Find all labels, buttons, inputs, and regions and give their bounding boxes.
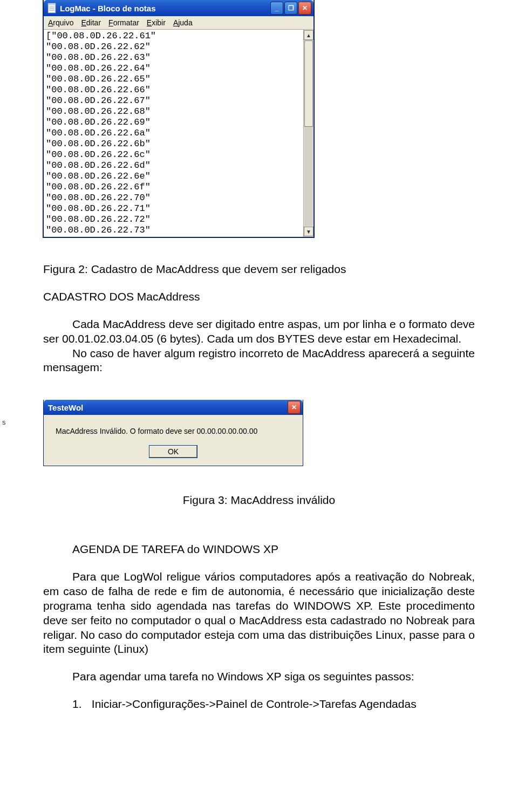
notepad-text-area[interactable]: ["00.08.0D.26.22.61" "00.08.0D.26.22.62"… xyxy=(44,30,303,237)
section-cadastro-title: CADASTRO DOS MacAddress xyxy=(43,290,475,304)
notepad-menubar: Arquivo Editar Formatar Exibir Ajuda xyxy=(44,16,313,30)
dialog-title: TesteWol xyxy=(48,403,288,412)
minimize-button[interactable]: _ xyxy=(270,2,283,15)
paragraph-cadastro-1: Cada MacAddress deve ser digitado entre … xyxy=(43,317,475,346)
notepad-title: LogMac - Bloco de notas xyxy=(60,4,270,13)
scroll-track[interactable] xyxy=(304,40,313,226)
dialog-window: TesteWol ✕ MacAddress Inválido. O format… xyxy=(43,400,303,466)
close-button[interactable]: ✕ xyxy=(298,2,311,15)
vertical-scrollbar[interactable]: ▲ ▼ xyxy=(303,30,313,237)
dialog-message: MacAddress Inválido. O formato deve ser … xyxy=(53,427,293,435)
dialog-close-button[interactable]: ✕ xyxy=(288,401,301,414)
paragraph-cadastro-2: No caso de haver algum registro incorret… xyxy=(43,346,475,376)
menu-arquivo[interactable]: Arquivo xyxy=(48,18,73,27)
paragraph-steps-intro: Para agendar uma tarefa no Windows XP si… xyxy=(43,670,475,684)
dialog-titlebar[interactable]: TesteWol ✕ xyxy=(44,400,303,415)
step-1-text: Iniciar->Configurações->Painel de Contro… xyxy=(92,698,417,710)
notepad-body: ["00.08.0D.26.22.61" "00.08.0D.26.22.62"… xyxy=(44,30,313,237)
step-1-number: 1. xyxy=(72,697,88,712)
scroll-up-button[interactable]: ▲ xyxy=(304,30,313,40)
paragraph-agenda: Para que LogWol religue vários computado… xyxy=(43,570,475,657)
notepad-titlebar[interactable]: LogMac - Bloco de notas _ ❐ ✕ xyxy=(44,0,313,16)
maximize-button[interactable]: ❐ xyxy=(284,2,297,15)
svg-rect-1 xyxy=(48,3,56,5)
menu-exibir[interactable]: Exibir xyxy=(147,18,166,27)
dialog-ok-button[interactable]: OK xyxy=(149,445,197,458)
menu-editar[interactable]: Editar xyxy=(81,18,101,27)
figure2-caption: Figura 2: Cadastro de MacAddress que dev… xyxy=(43,262,475,277)
step-1: 1. Iniciar->Configurações->Painel de Con… xyxy=(72,697,475,712)
notepad-icon xyxy=(47,2,57,14)
section-agenda-title: AGENDA DE TAREFA do WINDOWS XP xyxy=(72,542,475,557)
scroll-down-button[interactable]: ▼ xyxy=(304,227,313,236)
menu-formatar[interactable]: Formatar xyxy=(108,18,139,27)
figure3-caption: Figura 3: MacAddress inválido xyxy=(43,493,475,508)
notepad-window: LogMac - Bloco de notas _ ❐ ✕ Arquivo Ed… xyxy=(43,0,314,237)
menu-ajuda[interactable]: Ajuda xyxy=(173,18,193,27)
scroll-thumb[interactable] xyxy=(304,40,313,127)
